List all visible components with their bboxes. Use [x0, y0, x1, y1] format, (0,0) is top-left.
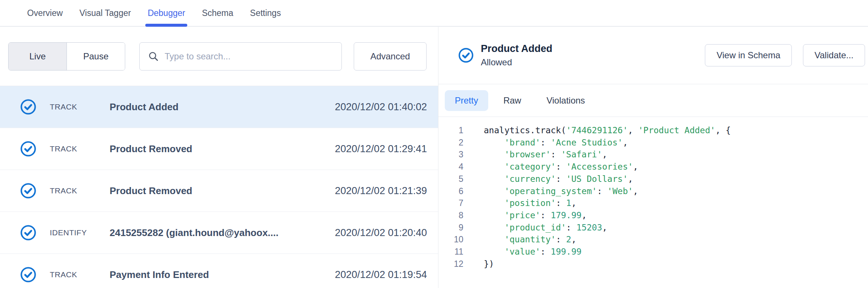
code-line: 2 'brand': 'Acne Studios',: [438, 137, 868, 149]
line-number: 12: [438, 258, 463, 270]
code-text: }): [484, 258, 494, 270]
code-line: 6 'operating_system': 'Web',: [438, 185, 868, 197]
detail-tab-raw[interactable]: Raw: [493, 90, 531, 111]
code-line: 9 'product_id': 15203,: [438, 222, 868, 234]
nav-tab-visual-tagger[interactable]: Visual Tagger: [80, 0, 131, 26]
code-line: 10 'quantity': 2,: [438, 233, 868, 246]
event-row[interactable]: TRACKPayment Info Entered2020/12/02 01:1…: [0, 254, 438, 288]
nav-tab-debugger[interactable]: Debugger: [148, 0, 185, 26]
line-number: 3: [438, 148, 463, 161]
event-name: Product Removed: [110, 185, 192, 197]
code-line: 8 'price': 179.99,: [438, 209, 868, 222]
detail-header: Product Added Allowed View in Schema Val…: [438, 27, 868, 84]
code-line: 3 'browser': 'Safari',: [438, 148, 868, 161]
event-name: 2415255282 (giant.hound@yahoox....: [110, 227, 279, 239]
stream-controls: Live Pause Advanced: [0, 27, 438, 86]
event-type-label: TRACK: [50, 144, 96, 153]
event-timestamp: 2020/12/02 01:29:41: [335, 143, 427, 155]
code-line: 12}): [438, 258, 868, 270]
main-content: Live Pause Advanced TRACKProduct Added20…: [0, 27, 868, 288]
detail-event-title: Product Added: [481, 43, 553, 55]
code-text: 'value': 199.99: [484, 246, 582, 258]
line-number: 6: [438, 185, 463, 197]
event-timestamp: 2020/12/02 01:21:39: [335, 185, 427, 197]
event-stream-panel: Live Pause Advanced TRACKProduct Added20…: [0, 27, 438, 288]
advanced-button[interactable]: Advanced: [354, 42, 427, 71]
event-list: TRACKProduct Added2020/12/02 01:40:02TRA…: [0, 86, 438, 288]
nav-tab-overview[interactable]: Overview: [27, 0, 63, 26]
event-timestamp: 2020/12/02 01:40:02: [335, 101, 427, 113]
view-in-schema-button[interactable]: View in Schema: [705, 44, 792, 66]
code-text: 'currency': 'US Dollars',: [484, 173, 633, 185]
detail-tab-pretty[interactable]: Pretty: [445, 90, 488, 111]
nav-tabs: OverviewVisual TaggerDebuggerSchemaSetti…: [27, 0, 298, 26]
check-circle-icon: [20, 140, 37, 157]
line-number: 1: [438, 124, 463, 137]
code-block: 1analytics.track('7446291126', 'Product …: [438, 117, 868, 288]
line-number: 2: [438, 137, 463, 149]
search-input[interactable]: [165, 51, 334, 62]
event-name: Payment Info Entered: [110, 269, 209, 281]
check-circle-icon: [20, 266, 37, 283]
detail-tab-violations[interactable]: Violations: [537, 90, 595, 111]
code-text: 'product_id': 15203,: [484, 222, 607, 234]
code-line: 1analytics.track('7446291126', 'Product …: [438, 124, 868, 137]
code-line: 7 'position': 1,: [438, 197, 868, 209]
check-circle-icon: [20, 224, 37, 241]
code-text: 'operating_system': 'Web',: [484, 185, 638, 197]
code-text: 'brand': 'Acne Studios',: [484, 137, 628, 149]
line-number: 4: [438, 161, 463, 173]
event-type-label: TRACK: [50, 186, 96, 195]
detail-status-badge: Allowed: [481, 57, 553, 68]
check-circle-icon: [20, 182, 37, 199]
detail-tabs: PrettyRawViolations: [438, 84, 868, 117]
nav-tab-settings[interactable]: Settings: [250, 0, 281, 26]
line-number: 10: [438, 233, 463, 246]
code-text: 'position': 1,: [484, 197, 576, 209]
pause-button[interactable]: Pause: [67, 43, 125, 70]
check-circle-icon: [458, 47, 474, 63]
event-row[interactable]: TRACKProduct Removed2020/12/02 01:21:39: [0, 170, 438, 212]
search-box: [139, 42, 342, 71]
code-text: analytics.track('7446291126', 'Product A…: [484, 124, 731, 137]
event-type-label: TRACK: [50, 270, 96, 279]
event-name: Product Removed: [110, 143, 192, 155]
line-number: 5: [438, 173, 463, 185]
event-row[interactable]: TRACKProduct Removed2020/12/02 01:29:41: [0, 128, 438, 170]
line-number: 9: [438, 222, 463, 234]
top-navigation: OverviewVisual TaggerDebuggerSchemaSetti…: [0, 0, 868, 27]
code-line: 5 'currency': 'US Dollars',: [438, 173, 868, 185]
code-line: 11 'value': 199.99: [438, 246, 868, 258]
event-detail-panel: Product Added Allowed View in Schema Val…: [438, 27, 868, 288]
code-text: 'browser': 'Safari',: [484, 148, 607, 161]
validate-button[interactable]: Validate...: [803, 44, 865, 66]
code-text: 'quantity': 2,: [484, 233, 576, 246]
code-text: 'price': 179.99,: [484, 209, 587, 222]
line-number: 7: [438, 197, 463, 209]
live-pause-toggle: Live Pause: [8, 42, 125, 71]
event-type-label: TRACK: [50, 102, 96, 111]
line-number: 11: [438, 246, 463, 258]
event-row[interactable]: TRACKProduct Added2020/12/02 01:40:02: [0, 86, 438, 128]
detail-header-text: Product Added Allowed: [481, 43, 553, 68]
code-text: 'category': 'Accessories',: [484, 161, 638, 173]
event-timestamp: 2020/12/02 01:20:40: [335, 227, 427, 239]
event-row[interactable]: IDENTIFY2415255282 (giant.hound@yahoox..…: [0, 212, 438, 254]
event-type-label: IDENTIFY: [50, 228, 96, 237]
event-timestamp: 2020/12/02 01:19:54: [335, 269, 427, 281]
search-icon: [148, 51, 159, 62]
nav-tab-schema[interactable]: Schema: [202, 0, 233, 26]
check-circle-icon: [20, 98, 37, 115]
live-button[interactable]: Live: [9, 43, 67, 70]
code-line: 4 'category': 'Accessories',: [438, 161, 868, 173]
event-name: Product Added: [110, 101, 178, 113]
line-number: 8: [438, 209, 463, 222]
